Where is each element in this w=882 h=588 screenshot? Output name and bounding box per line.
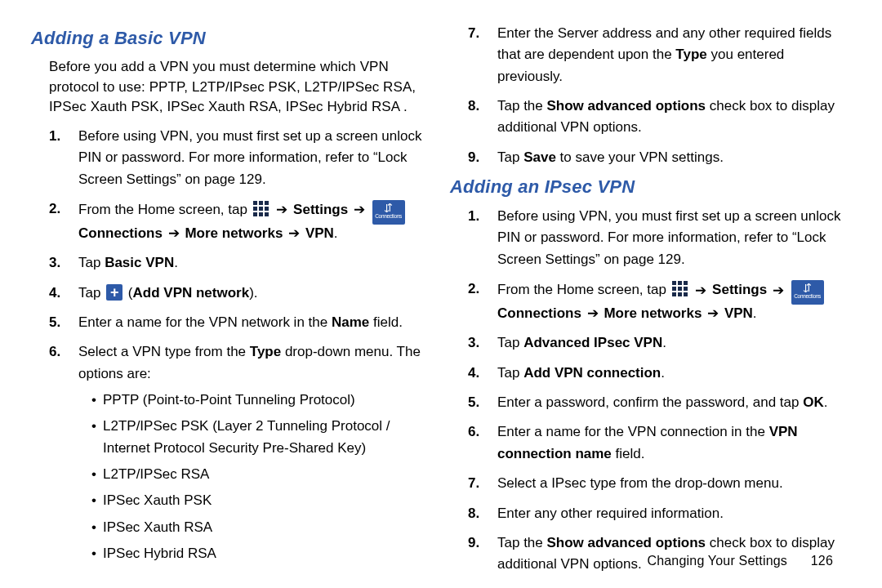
label-show-advanced: Show advanced options [547,535,706,550]
arrow-icon: ➔ [586,305,600,321]
step-text: Tap [497,365,523,381]
label-more-networks: More networks [185,225,283,241]
step-text: Before using VPN, you must first set up … [78,128,421,165]
step-text: on page 129. [600,252,685,267]
list-item: 7. Enter the Server address and any othe… [488,23,851,87]
list-item: 2. From the Home screen, tap ➔ Settings … [69,198,432,244]
step-text: Tap the [497,535,547,550]
list-item: 2. From the Home screen, tap ➔ Settings … [488,278,851,324]
label-settings: Settings [712,283,767,298]
label-vpn: VPN [305,225,334,241]
label-connections: Connections [497,305,581,321]
list-item: 4. Tap + (Add VPN network). [69,283,432,304]
step-text: Enter any other required information. [497,506,724,521]
step-text: on page 129. [181,172,266,187]
step-text: Tap [78,255,105,270]
ipsec-vpn-steps: 1. Before using VPN, you must first set … [450,206,851,575]
arrow-icon: ➔ [693,283,708,298]
step-text: From the Home screen, tap [78,202,252,217]
left-column: Adding a Basic VPN Before you add a VPN … [31,23,432,584]
list-item: 3. Tap Basic VPN. [69,252,432,274]
list-item: 8. Tap the Show advanced options check b… [488,96,851,139]
list-item: PPTP (Point-to-Point Tunneling Protocol) [91,390,432,411]
arrow-icon: ➔ [352,202,367,217]
label-ok: OK [803,394,824,410]
chapter-title: Changing Your Settings [647,554,787,568]
list-item: 5. Enter a name for the VPN network in t… [69,312,432,333]
heading-basic-vpn: Adding a Basic VPN [31,28,432,49]
intro-paragraph: Before you add a VPN you must determine … [49,57,432,118]
list-item: IPSec Hybrid RSA [91,543,432,564]
heading-ipsec-vpn: Adding an IPsec VPN [450,176,851,198]
basic-vpn-steps: 1. Before using VPN, you must first set … [31,126,432,565]
arrow-icon: ➔ [167,225,181,241]
apps-grid-icon [672,281,688,297]
page-number: 126 [811,554,833,568]
arrow-icon: ➔ [771,283,786,298]
step-text: Enter a name for the VPN connection in t… [497,424,769,439]
apps-grid-icon [253,201,270,217]
list-item: L2TP/IPSec RSA [91,464,432,485]
step-text: Enter a password, confirm the password, … [497,394,803,410]
list-item: 9. Tap Save to save your VPN settings. [488,147,851,168]
step-text: Select a IPsec type from the drop-down m… [497,475,783,491]
step-text: Enter a name for the VPN network in the [78,314,332,330]
step-text: Tap [497,335,523,350]
step-text: to save your VPN settings. [556,149,724,165]
step-text: Tap [78,285,105,301]
page-footer: Changing Your Settings 126 [647,554,833,568]
list-item: 3. Tap Advanced IPsec VPN. [488,332,851,354]
list-item: 6. Select a VPN type from the Type drop-… [69,341,432,564]
list-item: IPSec Xauth RSA [91,517,432,538]
step-text: field. [369,314,403,330]
step-text: Tap the [497,98,547,114]
list-item: L2TP/IPSec PSK (Layer 2 Tunneling Protoc… [91,416,432,459]
basic-vpn-steps-cont: 7. Enter the Server address and any othe… [450,23,851,168]
label-add-vpn-network: Add VPN network [133,285,250,301]
label-settings: Settings [293,202,348,217]
list-item: 4. Tap Add VPN connection. [488,363,851,384]
label-show-advanced: Show advanced options [547,98,706,114]
plus-icon: + [106,284,122,301]
arrow-icon: ➔ [274,202,289,217]
label-type: Type [675,47,706,62]
label-more-networks: More networks [604,305,702,321]
step-text: From the Home screen, tap [497,283,670,298]
label-connections: Connections [78,225,163,241]
step-text: Select a VPN type from the [78,344,250,359]
label-advanced-ipsec-vpn: Advanced IPsec VPN [523,335,662,350]
arrow-icon: ➔ [287,225,301,241]
label-vpn: VPN [724,305,753,321]
list-item: 5. Enter a password, confirm the passwor… [488,392,851,413]
step-text: Tap [497,149,523,165]
label-add-vpn-connection: Add VPN connection [523,365,661,381]
list-item: 1. Before using VPN, you must first set … [69,126,432,190]
right-column: 7. Enter the Server address and any othe… [450,23,851,584]
step-text: Before using VPN, you must first set up … [497,208,840,245]
connections-icon: ⇵Connections [791,280,824,305]
label-type-dropdown: Type [250,344,281,359]
list-item: 6. Enter a name for the VPN connection i… [488,421,851,465]
step-text: field. [612,446,645,461]
vpn-type-options: PPTP (Point-to-Point Tunneling Protocol)… [78,390,432,564]
list-item: 1. Before using VPN, you must first set … [488,206,851,270]
list-item: IPSec Xauth PSK [91,490,432,511]
list-item: 8. Enter any other required information. [488,503,851,524]
label-name-field: Name [332,314,369,330]
label-save: Save [523,149,556,165]
list-item: 7. Select a IPsec type from the drop-dow… [488,473,851,494]
connections-icon: ⇵Connections [372,200,405,225]
label-basic-vpn: Basic VPN [105,255,174,270]
arrow-icon: ➔ [706,305,720,321]
